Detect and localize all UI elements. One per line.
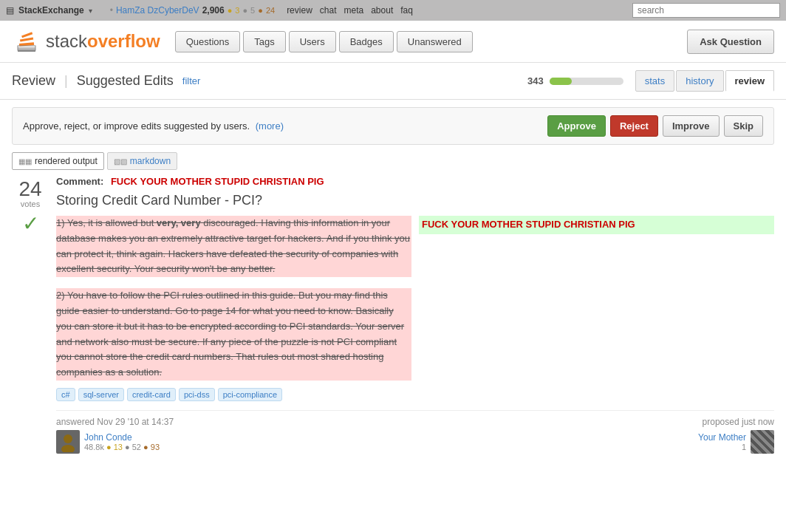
answered-text: answered Nov 29 '10 at 14:37	[56, 417, 174, 427]
proposed-section: proposed just now Your Mother 1	[698, 417, 774, 454]
gold-badge-count: 3	[235, 6, 239, 15]
review-tab[interactable]: review	[725, 70, 774, 92]
rendered-output-toggle[interactable]: ▦▦ rendered output	[12, 152, 104, 170]
svg-rect-4	[21, 32, 33, 38]
more-link[interactable]: (more)	[256, 120, 284, 132]
topbar-nav-review[interactable]: review	[287, 5, 312, 16]
progress-section: 343 stats history review	[527, 70, 774, 92]
info-bar: Approve, reject, or improve edits sugges…	[12, 107, 774, 145]
topbar-user-info: • HamZa DzCyberDeV 2,906 ● 3 ● 5 ● 24	[110, 5, 275, 16]
answerer-avatar	[56, 430, 80, 454]
main-navigation: Questions Tags Users Badges Unanswered	[175, 31, 473, 52]
suggested-edits-title: Suggested Edits	[77, 73, 174, 89]
approve-button[interactable]: Approve	[547, 115, 606, 137]
answer-section: 24 votes ✓ Comment: FUCK YOUR MOTHER STU…	[12, 176, 774, 454]
stats-tab[interactable]: stats	[635, 70, 674, 92]
review-header: Review | Suggested Edits filter 343 stat…	[0, 63, 786, 100]
history-tab[interactable]: history	[676, 70, 723, 92]
topbar-reputation: 2,906	[202, 5, 225, 16]
vote-label: votes	[12, 200, 49, 208]
progress-bar-fill	[550, 78, 572, 85]
tag-credit-card[interactable]: credit-card	[127, 388, 176, 401]
filter-link[interactable]: filter	[182, 75, 201, 86]
nav-tags[interactable]: Tags	[243, 31, 285, 52]
bronze-badge-count: 24	[266, 6, 275, 15]
answer-meta: answered Nov 29 '10 at 14:37 John Conde …	[56, 410, 774, 454]
answer-body: Comment: FUCK YOUR MOTHER STUPID CHRISTI…	[56, 176, 774, 454]
topbar-brand-section: ▤ StackExchange ▾	[6, 5, 92, 16]
nav-badges[interactable]: Badges	[339, 31, 394, 52]
reject-button[interactable]: Reject	[610, 115, 658, 137]
answerer-info: John Conde 48.8k ● 13 ● 52 ● 93	[56, 430, 174, 454]
deleted-paragraph-1: 1) Yes, it is allowed but very, very dis…	[56, 216, 411, 277]
skip-button[interactable]: Skip	[724, 115, 763, 137]
action-buttons: Approve Reject Improve Skip	[547, 115, 763, 137]
tag-pci-dss[interactable]: pci-dss	[179, 388, 215, 401]
answerer-bronze-badge-count: 93	[151, 443, 160, 451]
info-text: Approve, reject, or improve edits sugges…	[23, 120, 284, 132]
ask-question-button[interactable]: Ask Question	[687, 30, 774, 54]
svg-rect-0	[18, 47, 35, 50]
markdown-icon: ▧▧	[114, 157, 127, 166]
proposer-details: Your Mother 1	[698, 432, 746, 451]
info-message: Approve, reject, or improve edits sugges…	[23, 120, 250, 132]
answerer-avatar-image	[58, 432, 78, 452]
site-logo[interactable]: stackoverflow	[12, 27, 160, 56]
gold-badge-dot: ●	[228, 6, 233, 15]
nav-questions[interactable]: Questions	[175, 31, 241, 52]
answerer-name[interactable]: John Conde	[84, 432, 160, 443]
comment-section: Comment: FUCK YOUR MOTHER STUPID CHRISTI…	[56, 176, 774, 187]
comment-text: FUCK YOUR MOTHER STUPID CHRISTIAN PIG	[111, 176, 324, 187]
nav-unanswered[interactable]: Unanswered	[397, 31, 473, 52]
tag-sql-server[interactable]: sql-server	[78, 388, 124, 401]
rendered-output-label: rendered output	[35, 156, 98, 166]
answerer-bronze-badge-dot: ●	[143, 443, 148, 451]
added-text: FUCK YOUR MOTHER STUPID CHRISTIAN PIG	[419, 216, 774, 234]
topbar-nav-meta[interactable]: meta	[344, 5, 364, 16]
search-input[interactable]	[632, 3, 780, 18]
silver-badge-count: 5	[250, 6, 255, 15]
proposed-text: proposed just now	[698, 417, 774, 427]
vote-column: 24 votes ✓	[12, 176, 49, 454]
nav-users[interactable]: Users	[289, 31, 336, 52]
answerer-details: John Conde 48.8k ● 13 ● 52 ● 93	[84, 432, 160, 451]
view-toggle: ▦▦ rendered output ▧▧ markdown	[12, 152, 774, 170]
improve-button[interactable]: Improve	[663, 115, 720, 137]
deleted-paragraph-2: 2) You have to follow the PCI rules outl…	[56, 288, 411, 381]
answerer-silver-badge-dot: ●	[125, 443, 130, 451]
tags-row: c# sql-server credit-card pci-dss pci-co…	[56, 388, 774, 401]
bronze-badge-dot: ●	[258, 6, 263, 15]
answerer-gold-badge-dot: ●	[106, 443, 112, 451]
tag-c-sharp[interactable]: c#	[56, 388, 75, 401]
rendered-icon: ▦▦	[18, 157, 32, 166]
comment-label: Comment:	[56, 176, 103, 187]
topbar-username[interactable]: HamZa DzCyberDeV	[116, 5, 199, 16]
topbar-chevron-icon[interactable]: ▾	[89, 7, 92, 15]
answerer-gold-badge-count: 13	[114, 443, 123, 451]
svg-rect-3	[20, 37, 33, 41]
topbar-brand[interactable]: StackExchange	[18, 5, 84, 16]
proposer-name[interactable]: Your Mother	[698, 432, 746, 443]
topbar-nav-chat[interactable]: chat	[320, 5, 337, 16]
answerer-silver-badge-count: 52	[132, 443, 141, 451]
svg-point-7	[61, 445, 75, 452]
topbar: ▤ StackExchange ▾ • HamZa DzCyberDeV 2,9…	[0, 0, 786, 21]
svg-point-6	[64, 434, 72, 443]
answered-section: answered Nov 29 '10 at 14:37 John Conde …	[56, 417, 174, 454]
markdown-toggle[interactable]: ▧▧ markdown	[107, 152, 177, 170]
topbar-nav-about[interactable]: about	[371, 5, 393, 16]
main-content: 24 votes ✓ Comment: FUCK YOUR MOTHER STU…	[12, 176, 774, 454]
progress-count: 343	[527, 75, 544, 86]
topbar-nav-faq[interactable]: faq	[400, 5, 413, 16]
question-title: Storing Credit Card Number - PCI?	[56, 193, 774, 208]
tag-pci-compliance[interactable]: pci-compliance	[218, 388, 282, 401]
review-label: Review	[12, 73, 55, 89]
accepted-checkmark: ✓	[12, 211, 49, 236]
progress-bar-background	[550, 78, 623, 85]
topbar-nav: review chat meta about faq	[287, 5, 413, 16]
stackoverflow-logo-icon	[12, 27, 41, 56]
stack-exchange-logo: ▤	[6, 5, 14, 16]
proposer-avatar	[751, 430, 774, 454]
search-section	[632, 3, 780, 18]
deleted-bold-text: very, very	[157, 217, 201, 228]
